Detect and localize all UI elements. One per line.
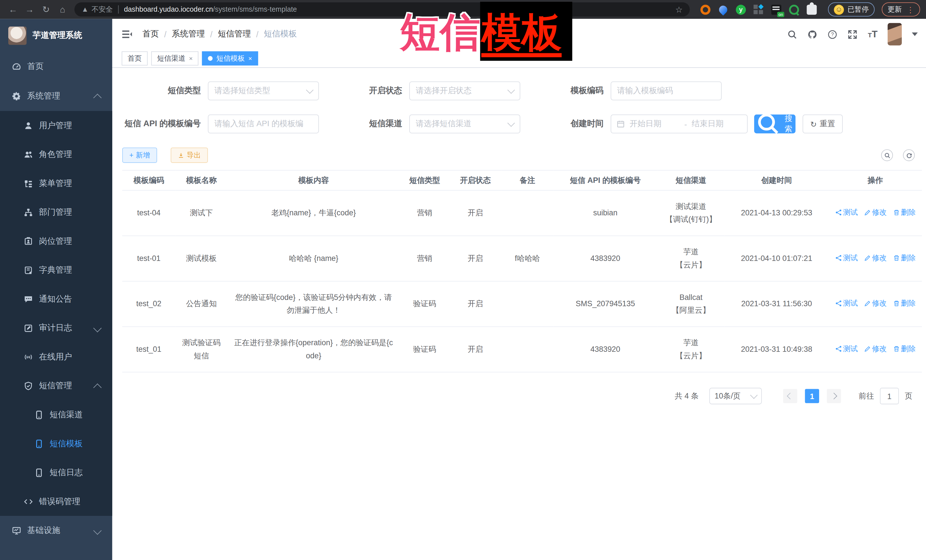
search-toggle-button[interactable] xyxy=(881,149,893,161)
api-template-id-label: 短信 API 的模板编号 xyxy=(122,118,208,129)
sidebar-item-sms-mgmt[interactable]: 短信管理 xyxy=(0,371,112,400)
header-search-icon[interactable] xyxy=(787,29,797,39)
sms-channel-select[interactable]: 请选择短信渠道 xyxy=(409,115,520,133)
action-delete[interactable]: 删除 xyxy=(893,297,916,310)
add-button[interactable]: + 新增 xyxy=(122,148,157,163)
extension-orange-ring-icon[interactable] xyxy=(701,5,711,15)
pagination: 共 4 条 10条/页 1 前往 1 页 xyxy=(122,388,926,404)
help-icon[interactable]: ? xyxy=(828,29,838,39)
sidebar-item-notice[interactable]: 通知公告 xyxy=(0,285,112,314)
action-edit[interactable]: 修改 xyxy=(864,252,887,265)
update-button[interactable]: 更新 ⋮ xyxy=(882,2,920,17)
search-button[interactable]: 搜索 xyxy=(754,115,796,133)
code-icon xyxy=(24,497,33,506)
sidebar-item-system[interactable]: 系统管理 xyxy=(0,82,112,111)
sidebar-item-label: 部门管理 xyxy=(39,207,72,217)
browser-reload-icon[interactable]: ↻ xyxy=(39,2,53,17)
sidebar-item-dict-mgmt[interactable]: 字典管理 xyxy=(0,255,112,285)
cell-content: 哈哈哈 {name} xyxy=(227,236,400,281)
sidebar-item-post-mgmt[interactable]: 岗位管理 xyxy=(0,227,112,256)
action-test[interactable]: 测试 xyxy=(835,206,858,219)
table-row: test-01 测试模板 哈哈哈 {name} 营销 开启 f哈哈哈 43839… xyxy=(122,236,922,281)
address-bar[interactable]: ▲ 不安全 dashboard.yudao.iocoder.cn/system/… xyxy=(74,2,690,17)
reset-button[interactable]: ↻ 重置 xyxy=(803,115,843,133)
caret-down-icon[interactable] xyxy=(912,32,918,36)
page-size-select[interactable]: 10条/页 xyxy=(710,388,762,404)
cell-status: 开启 xyxy=(449,190,501,236)
sidebar-item-menu-mgmt[interactable]: 菜单管理 xyxy=(0,169,112,198)
refresh-button[interactable] xyxy=(903,149,915,161)
browser-forward-icon[interactable]: → xyxy=(23,2,37,17)
sidebar-item-sms-template[interactable]: 短信模板 xyxy=(0,429,112,458)
template-code-input[interactable]: 请输入模板编码 xyxy=(611,82,722,100)
sidebar-item-role-mgmt[interactable]: 角色管理 xyxy=(0,140,112,169)
app-logo-row[interactable]: 芋道管理系统 xyxy=(0,19,112,52)
action-delete[interactable]: 删除 xyxy=(893,343,916,355)
cell-remark xyxy=(501,190,553,236)
breadcrumb-item-sms[interactable]: 短信管理 xyxy=(218,29,251,39)
profile-paused-badge[interactable]: ☺ 已暂停 xyxy=(828,2,875,17)
action-test[interactable]: 测试 xyxy=(835,297,858,310)
action-edit[interactable]: 修改 xyxy=(864,343,887,355)
hamburger-icon[interactable] xyxy=(121,28,133,40)
sidebar-item-dept-mgmt[interactable]: 部门管理 xyxy=(0,198,112,227)
font-size-icon[interactable]: TT xyxy=(868,29,878,39)
action-delete[interactable]: 删除 xyxy=(893,206,916,219)
reset-button-label: 重置 xyxy=(820,118,835,129)
breadcrumb-item-system[interactable]: 系统管理 xyxy=(172,29,205,39)
sidebar-item-infrastructure[interactable]: 基础设施 xyxy=(0,516,112,545)
goto-label: 前往 xyxy=(859,391,874,402)
sidebar-item-home[interactable]: 首页 xyxy=(0,52,112,82)
export-button[interactable]: 导出 xyxy=(171,148,208,163)
action-test[interactable]: 测试 xyxy=(835,343,858,355)
extension-green-y-icon[interactable]: y xyxy=(736,5,746,15)
sidebar-item-label: 短信渠道 xyxy=(50,409,83,420)
sidebar-item-audit-log[interactable]: 审计日志 xyxy=(0,313,112,343)
fullscreen-icon[interactable] xyxy=(847,29,858,39)
extensions-puzzle-icon[interactable] xyxy=(806,5,817,15)
create-time-range-picker[interactable]: 开始日期 - 结束日期 xyxy=(611,115,748,133)
sms-channel-label: 短信渠道 xyxy=(319,118,409,129)
avatar[interactable] xyxy=(888,23,902,45)
sidebar-item-online-users[interactable]: A 在线用户 xyxy=(0,343,112,371)
tab-sms-template[interactable]: 短信模板 × xyxy=(202,51,258,65)
cell-code: test_01 xyxy=(122,327,175,372)
browser-home-icon[interactable]: ⌂ xyxy=(56,2,70,17)
github-icon[interactable] xyxy=(808,29,818,39)
breadcrumb-item-home[interactable]: 首页 xyxy=(142,29,159,39)
cell-actions: 测试修改删除 xyxy=(829,281,922,327)
close-icon[interactable]: × xyxy=(248,55,252,62)
page-1-button[interactable]: 1 xyxy=(805,389,819,403)
extension-list-icon[interactable]: on xyxy=(771,5,781,15)
sidebar-item-sms-channel[interactable]: 短信渠道 xyxy=(0,400,112,429)
prev-page-button[interactable] xyxy=(783,389,797,403)
book-icon xyxy=(24,265,33,275)
cell-api-id: suibian xyxy=(554,190,658,236)
tab-sms-channel[interactable]: 短信渠道 × xyxy=(151,51,199,65)
app-title: 芋道管理系统 xyxy=(32,30,82,41)
sidebar-item-error-code[interactable]: 错误码管理 xyxy=(0,487,112,516)
sms-type-select[interactable]: 请选择短信类型 xyxy=(208,82,319,100)
tab-home[interactable]: 首页 xyxy=(122,51,148,65)
action-test[interactable]: 测试 xyxy=(835,252,858,265)
next-page-button[interactable] xyxy=(827,389,841,403)
browser-menu-icon[interactable]: ⋮ xyxy=(906,5,914,14)
close-icon[interactable]: × xyxy=(189,55,193,62)
extension-magnifier-icon[interactable] xyxy=(789,5,799,15)
open-status-select[interactable]: 请选择开启状态 xyxy=(409,82,520,100)
action-delete[interactable]: 删除 xyxy=(893,252,916,265)
bookmark-star-icon[interactable]: ☆ xyxy=(675,5,682,14)
extension-grid-icon[interactable] xyxy=(754,5,764,15)
action-edit[interactable]: 修改 xyxy=(864,206,887,219)
action-edit[interactable]: 修改 xyxy=(864,297,887,310)
browser-back-icon[interactable]: ← xyxy=(6,2,20,17)
sidebar-item-user-mgmt[interactable]: 用户管理 xyxy=(0,111,112,140)
api-template-id-input[interactable]: 请输入短信 API 的模板编 xyxy=(208,115,319,133)
sidebar-item-label: 系统管理 xyxy=(27,91,60,101)
phone-icon xyxy=(34,439,44,448)
extension-blue-pin-icon[interactable] xyxy=(717,4,729,15)
url-domain: dashboard.yudao.iocoder.cn xyxy=(124,5,213,14)
sidebar-item-sms-log[interactable]: 短信日志 xyxy=(0,458,112,487)
sms-channel-placeholder: 请选择短信渠道 xyxy=(416,118,508,129)
goto-page-input[interactable]: 1 xyxy=(880,388,899,404)
